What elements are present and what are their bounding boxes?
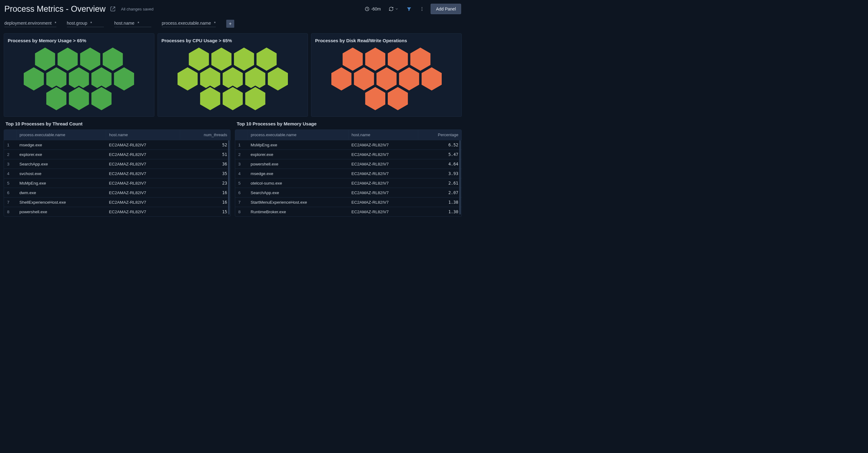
filter-host-group[interactable]: host.group*	[67, 21, 104, 27]
table-row[interactable]: 1msedge.exeEC2AMAZ-RL82IV752	[4, 140, 230, 150]
hex-cell[interactable]	[233, 47, 255, 71]
hex-cell[interactable]	[331, 67, 352, 91]
scrollbar[interactable]	[228, 140, 230, 215]
page-title: Process Metrics - Overview	[4, 4, 106, 14]
hex-cell[interactable]	[68, 86, 90, 111]
filter-host-name[interactable]: host.name*	[114, 21, 151, 27]
refresh-button[interactable]	[387, 5, 400, 13]
table-row[interactable]: 7StartMenuExperienceHost.exeEC2AMAZ-RL82…	[235, 197, 461, 207]
threads-table: process.executable.name host.name num_th…	[4, 130, 230, 216]
col-process[interactable]: process.executable.name	[248, 130, 348, 140]
row-index: 4	[235, 169, 248, 179]
filter-button[interactable]	[405, 5, 413, 13]
row-index: 2	[235, 150, 248, 159]
add-panel-button[interactable]: Add Panel	[431, 4, 461, 14]
col-host[interactable]: host.name	[348, 130, 418, 140]
honeycomb-chart[interactable]	[8, 47, 150, 114]
cell-host: EC2AMAZ-RL82IV7	[106, 188, 180, 197]
hex-cell[interactable]	[245, 86, 266, 111]
col-index[interactable]	[235, 130, 248, 140]
table-row[interactable]: 2explorer.exeEC2AMAZ-RL82IV75.47	[235, 150, 461, 159]
col-value[interactable]: num_threads	[180, 130, 230, 140]
save-status: All changes saved	[121, 7, 154, 11]
filter-value: *	[214, 21, 215, 26]
table-row[interactable]: 4svchost.exeEC2AMAZ-RL82IV735	[4, 169, 230, 179]
hex-cell[interactable]	[199, 86, 221, 111]
hex-cell[interactable]	[398, 67, 420, 91]
table-row[interactable]: 3SearchApp.exeEC2AMAZ-RL82IV736	[4, 159, 230, 169]
filter-value: *	[90, 21, 92, 26]
table-title: Top 10 Processes by Thread Count	[5, 121, 230, 126]
tables-row: Top 10 Processes by Thread Count process…	[0, 120, 465, 220]
honeycomb-chart[interactable]	[161, 47, 304, 114]
hex-cell[interactable]	[342, 47, 363, 71]
hex-cell[interactable]	[114, 67, 135, 91]
share-icon[interactable]	[110, 6, 116, 12]
honeycomb-panel: Processes by Memory Usage > 65%	[4, 33, 154, 117]
hex-cell[interactable]	[177, 67, 198, 91]
honeycomb-chart[interactable]	[315, 47, 458, 114]
table-row[interactable]: 8RuntimeBroker.exeEC2AMAZ-RL82IV71.30	[235, 207, 461, 217]
row-index: 1	[4, 140, 16, 150]
col-index[interactable]	[4, 130, 16, 140]
filter-label: deployment.environment	[4, 21, 52, 26]
cell-host: EC2AMAZ-RL82IV7	[106, 207, 180, 217]
hex-cell[interactable]	[57, 47, 78, 71]
hex-cell[interactable]	[188, 47, 210, 71]
hex-cell[interactable]	[34, 47, 56, 71]
panel-title: Processes by CPU Usage > 65%	[161, 38, 304, 43]
filter-deployment-environment[interactable]: deployment.environment*	[4, 21, 56, 27]
table-row[interactable]: 7ShellExperienceHost.exeEC2AMAZ-RL82IV71…	[4, 197, 230, 207]
col-process[interactable]: process.executable.name	[16, 130, 106, 140]
time-range-picker[interactable]: -60m	[363, 5, 382, 13]
cell-value: 3.93	[418, 169, 461, 179]
cell-value: 52	[180, 140, 230, 150]
table-row[interactable]: 8powershell.exeEC2AMAZ-RL82IV715	[4, 207, 230, 217]
col-value[interactable]: Percentage	[418, 130, 461, 140]
cell-host: EC2AMAZ-RL82IV7	[106, 197, 180, 207]
plus-icon	[228, 22, 232, 26]
hex-cell[interactable]	[353, 67, 374, 91]
hex-cell[interactable]	[410, 47, 431, 71]
table-row[interactable]: 4msedge.exeEC2AMAZ-RL82IV73.93	[235, 169, 461, 179]
more-menu-button[interactable]	[418, 5, 426, 13]
table-row[interactable]: 2explorer.exeEC2AMAZ-RL82IV751	[4, 150, 230, 159]
table-row[interactable]: 6dwm.exeEC2AMAZ-RL82IV716	[4, 188, 230, 197]
hex-cell[interactable]	[102, 47, 124, 71]
hex-cell[interactable]	[23, 67, 44, 91]
cell-process: StartMenuExperienceHost.exe	[248, 197, 348, 207]
scrollbar[interactable]	[459, 140, 461, 215]
hex-cell[interactable]	[387, 86, 408, 111]
cell-host: EC2AMAZ-RL82IV7	[348, 179, 418, 188]
col-host[interactable]: host.name	[106, 130, 180, 140]
cell-host: EC2AMAZ-RL82IV7	[348, 150, 418, 159]
memory-table: process.executable.name host.name Percen…	[235, 130, 461, 216]
table-row[interactable]: 6SearchApp.exeEC2AMAZ-RL82IV72.07	[235, 188, 461, 197]
hex-cell[interactable]	[421, 67, 442, 91]
hex-cell[interactable]	[364, 47, 385, 71]
hex-cell[interactable]	[211, 47, 232, 71]
cell-value: 36	[180, 159, 230, 169]
row-index: 5	[4, 179, 16, 188]
table-row[interactable]: 5MsMpEng.exeEC2AMAZ-RL82IV723	[4, 179, 230, 188]
hex-cell[interactable]	[256, 47, 277, 71]
cell-host: EC2AMAZ-RL82IV7	[106, 179, 180, 188]
table-row[interactable]: 5otelcol-sumo.exeEC2AMAZ-RL82IV72.61	[235, 179, 461, 188]
cell-process: SearchApp.exe	[16, 159, 106, 169]
hex-cell[interactable]	[46, 86, 67, 111]
table-title: Top 10 Processes by Memory Usage	[237, 121, 462, 126]
filter-process-executable-name[interactable]: process.executable.name*	[162, 21, 216, 27]
cell-process: svchost.exe	[16, 169, 106, 179]
add-filter-button[interactable]	[226, 20, 234, 28]
funnel-icon	[407, 6, 411, 11]
hex-cell[interactable]	[364, 86, 385, 111]
hex-cell[interactable]	[222, 86, 243, 111]
hex-cell[interactable]	[376, 67, 397, 91]
table-row[interactable]: 1MsMpEng.exeEC2AMAZ-RL82IV76.52	[235, 140, 461, 150]
cell-process: ShellExperienceHost.exe	[16, 197, 106, 207]
hex-cell[interactable]	[91, 86, 112, 111]
table-row[interactable]: 3powershell.exeEC2AMAZ-RL82IV74.64	[235, 159, 461, 169]
hex-cell[interactable]	[80, 47, 101, 71]
hex-cell[interactable]	[387, 47, 408, 71]
hex-cell[interactable]	[267, 67, 288, 91]
